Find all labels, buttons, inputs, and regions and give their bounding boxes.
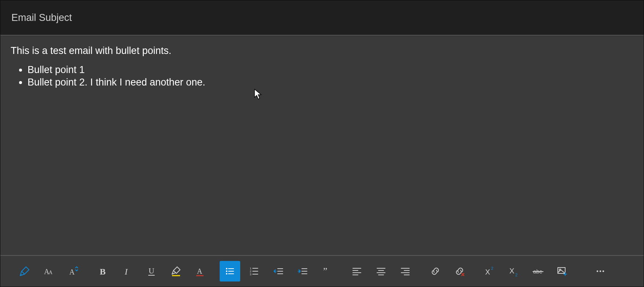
svg-text:X: X [485,268,490,276]
insert-picture-button[interactable] [552,261,572,281]
bullet-list-button[interactable] [220,261,240,281]
svg-text:”: ” [323,266,328,276]
highlight-button[interactable] [165,261,186,281]
body-bullet-list: Bullet point 1 Bullet point 2. I think I… [28,64,633,89]
svg-text:A: A [49,270,53,275]
font-size-button[interactable]: A [63,261,83,281]
svg-text:A: A [197,267,202,275]
svg-point-50 [600,270,601,272]
unlink-icon [454,265,465,277]
svg-point-51 [603,270,604,272]
insert-link-button[interactable] [425,261,446,281]
bold-icon: B [97,265,109,277]
align-left-button[interactable] [347,261,367,281]
strikethrough-icon: abc [532,265,544,277]
svg-point-49 [597,270,599,272]
superscript-icon: X 2 [484,265,495,277]
superscript-button[interactable]: X 2 [479,261,500,281]
highlighter-icon [170,265,182,277]
underline-icon: U [146,265,157,277]
numbered-list-button[interactable]: 1 2 3 [244,261,264,281]
svg-text:I: I [124,267,128,276]
ellipsis-icon [594,265,606,277]
email-body[interactable]: This is a test email with bullet points.… [0,36,644,256]
numbered-list-icon: 1 2 3 [248,265,260,277]
align-center-button[interactable] [371,261,391,281]
font-icon: A A [43,265,55,277]
quote-icon: ” [321,265,333,277]
paintbrush-icon [19,265,30,277]
more-options-button[interactable] [590,261,611,281]
svg-point-10 [226,268,227,269]
strikethrough-button[interactable]: abc [528,261,548,281]
svg-text:X: X [509,267,514,275]
svg-text:3: 3 [250,273,252,276]
italic-button[interactable]: I [117,261,138,281]
quote-button[interactable]: ” [316,261,337,281]
list-item: Bullet point 1 [28,64,633,76]
body-paragraph: This is a test email with bullet points. [11,45,633,57]
font-button[interactable]: A A [39,261,59,281]
outdent-icon [272,265,284,277]
cursor-pointer-icon [254,89,262,100]
picture-icon [556,265,568,277]
align-left-icon [351,265,363,277]
list-item: Bullet point 2. I think I need another o… [28,76,633,89]
svg-text:A: A [69,268,75,276]
remove-link-button[interactable] [449,261,470,281]
underline-button[interactable]: U [141,261,162,281]
bold-button[interactable]: B [93,261,113,281]
align-right-icon [399,265,411,277]
svg-text:B: B [100,267,106,276]
italic-icon: I [121,265,133,277]
subscript-icon: X 2 [508,265,520,277]
outdent-button[interactable] [268,261,289,281]
svg-point-12 [226,273,227,275]
format-painter-button[interactable] [14,261,35,281]
bullet-list-icon [224,265,236,277]
svg-text:2: 2 [491,266,493,270]
svg-text:U: U [149,266,154,275]
subject-row [0,0,644,36]
font-color-icon: A [194,265,206,277]
font-color-button[interactable]: A [190,261,210,281]
indent-button[interactable] [292,261,313,281]
indent-icon [297,265,308,277]
align-right-button[interactable] [395,261,416,281]
format-toolbar: A A A B I U [0,256,644,287]
link-icon [429,265,441,277]
subject-input[interactable] [11,12,633,24]
svg-point-11 [226,270,227,272]
align-center-icon [375,265,387,277]
font-size-icon: A [67,265,79,277]
svg-text:2: 2 [515,273,517,277]
subscript-button[interactable]: X 2 [504,261,524,281]
